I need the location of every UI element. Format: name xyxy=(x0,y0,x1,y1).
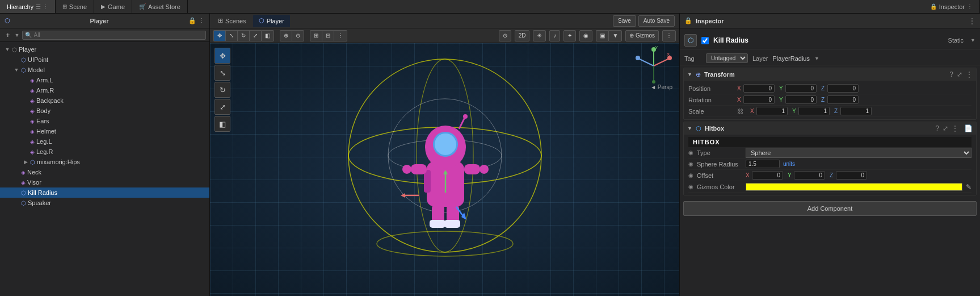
tree-item-kill-radius[interactable]: ⬡ Kill Radius xyxy=(0,187,209,198)
hand-tool[interactable]: ✥ xyxy=(213,30,225,41)
tree-item-player[interactable]: ▼ ⬡ Player xyxy=(0,44,209,55)
hitbox-header[interactable]: ▼ ⬡ Hitbox ? ⤢ ⋮ 📄 xyxy=(684,122,976,135)
tree-item-mixamorig[interactable]: ▶ ⬡ mixamorig:Hips xyxy=(0,157,209,167)
hierarchy-lock-icon[interactable]: 🔒 xyxy=(188,17,196,24)
pivot-btn[interactable]: ⊕ xyxy=(280,30,292,41)
snap-btn[interactable]: ⊞ xyxy=(310,30,322,41)
gizmos-btn[interactable]: ⊕ Gizmos xyxy=(625,30,659,41)
save-button[interactable]: Save xyxy=(613,15,636,27)
orbit-btn[interactable]: ⊙ xyxy=(499,30,511,41)
kill-radius-label: Kill Radius xyxy=(28,189,57,196)
sphere-radius-input[interactable] xyxy=(746,160,780,168)
hitbox-script-icon[interactable]: 📄 xyxy=(964,124,973,132)
snap2-btn[interactable]: ⊟ xyxy=(322,30,334,41)
hierarchy-toolbar: + ▼ 🔍 xyxy=(0,28,209,42)
sub-tab-player[interactable]: ⬡ Player xyxy=(253,15,290,27)
vp-hand-btn[interactable]: ✥ xyxy=(214,48,230,64)
off-y-input[interactable] xyxy=(794,171,825,180)
vp-scale-btn[interactable]: ⤢ xyxy=(214,99,230,115)
snap3-btn[interactable]: ⋮ xyxy=(334,30,347,41)
tab-hierarchy[interactable]: Hierarchy ☰ ⋮ xyxy=(0,0,56,13)
rect-tool[interactable]: ◧ xyxy=(261,30,274,41)
static-arrow[interactable]: ▼ xyxy=(970,37,975,43)
tab-scene[interactable]: ⊞ Scene xyxy=(56,0,94,13)
scene-viewport[interactable]: ✥ ⤡ ↻ ⤢ ◧ Y X xyxy=(210,43,679,296)
tab-asset-store[interactable]: 🛒 Asset Store xyxy=(132,0,188,13)
scale-x-input[interactable] xyxy=(756,107,788,115)
ears-label: Ears xyxy=(36,118,49,124)
pos-z-input[interactable] xyxy=(827,84,859,93)
scale-z-input[interactable] xyxy=(840,107,872,115)
leg-r-mesh-icon: ◈ xyxy=(30,149,35,155)
gizmos-color-preview[interactable] xyxy=(746,183,962,191)
tree-item-arm-l[interactable]: ◈ Arm.L xyxy=(0,75,209,85)
persp-label: ◄ Persp xyxy=(650,84,672,90)
tree-item-uipoint[interactable]: ⬡ UIPoint xyxy=(0,55,209,65)
move-tool[interactable]: ⤡ xyxy=(225,30,237,41)
audio-btn[interactable]: ♪ xyxy=(549,30,560,41)
pos-x-input[interactable] xyxy=(743,84,775,93)
layer-arrow[interactable]: ▼ xyxy=(814,56,819,61)
auto-save-button[interactable]: Auto Save xyxy=(638,15,675,27)
tree-item-body[interactable]: ◈ Body xyxy=(0,106,209,116)
svg-point-31 xyxy=(463,114,468,118)
rotate-tool[interactable]: ↻ xyxy=(237,30,249,41)
hierarchy-more-icon[interactable]: ⋮ xyxy=(199,17,205,24)
tree-item-leg-r[interactable]: ◈ Leg.R xyxy=(0,147,209,157)
scale-y-input[interactable] xyxy=(798,107,830,115)
tree-item-visor[interactable]: ◈ Visor xyxy=(0,177,209,187)
transform-expand-icon[interactable]: ⤢ xyxy=(957,70,962,78)
pos-y-input[interactable] xyxy=(785,84,817,93)
rot-x-input[interactable] xyxy=(743,95,775,104)
vp-rotate-btn[interactable]: ↻ xyxy=(214,82,230,98)
tag-select[interactable]: Untagged xyxy=(706,53,748,63)
inspector-more-icon[interactable]: ⋮ xyxy=(969,17,975,25)
type-select[interactable]: Sphere Box Capsule xyxy=(746,148,971,158)
tab-inspector[interactable]: 🔒 Inspector ⋮ xyxy=(923,0,980,13)
offset-label: Offset xyxy=(697,172,742,179)
hitbox-help-icon[interactable]: ? xyxy=(935,124,939,132)
hitbox-more-icon[interactable]: ⋮ xyxy=(952,124,958,132)
rot-z-input[interactable] xyxy=(827,95,859,104)
rot-y-input[interactable] xyxy=(785,95,817,104)
units-label[interactable]: units xyxy=(783,161,795,167)
fx-btn[interactable]: ✦ xyxy=(563,30,576,41)
transform-more-icon[interactable]: ⋮ xyxy=(966,70,973,78)
shaded-btn[interactable]: ▣ xyxy=(596,30,608,41)
object-active-checkbox[interactable] xyxy=(701,37,709,44)
transform-help-icon[interactable]: ? xyxy=(949,70,953,78)
tree-item-backpack[interactable]: ◈ Backpack xyxy=(0,95,209,106)
hierarchy-search-input[interactable] xyxy=(34,32,203,38)
tab-game[interactable]: ▶ Game xyxy=(94,0,132,13)
hidden-btn[interactable]: ◉ xyxy=(579,30,592,41)
hierarchy-add-btn[interactable]: + xyxy=(3,31,12,39)
add-component-button[interactable]: Add Component xyxy=(683,201,977,216)
scale-tool[interactable]: ⤢ xyxy=(249,30,261,41)
2d-btn[interactable]: 2D xyxy=(515,30,530,41)
tree-item-ears[interactable]: ◈ Ears xyxy=(0,116,209,126)
tree-item-helmet[interactable]: ◈ Helmet xyxy=(0,126,209,136)
tree-item-model[interactable]: ▼ ⬡ Model xyxy=(0,65,209,75)
tree-item-arm-r[interactable]: ◈ Arm.R xyxy=(0,85,209,95)
vp-rect-btn[interactable]: ◧ xyxy=(214,116,230,132)
off-z-input[interactable] xyxy=(836,171,867,180)
more-btn[interactable]: ⋮ xyxy=(662,30,676,41)
global-btn[interactable]: ⊙ xyxy=(292,30,304,41)
tree-item-neck[interactable]: ◈ Neck xyxy=(0,167,209,177)
vp-move-btn[interactable]: ⤡ xyxy=(214,65,230,81)
shaded2-btn[interactable]: ▼ xyxy=(608,30,622,41)
light-btn[interactable]: ☀ xyxy=(533,30,546,41)
inspector-tab-controls: ⋮ xyxy=(967,3,973,10)
off-x-input[interactable] xyxy=(752,171,783,180)
hierarchy-dropdown-btn[interactable]: ▼ xyxy=(15,32,20,38)
position-z-group: Z xyxy=(821,84,859,93)
tree-item-speaker[interactable]: ⬡ Speaker xyxy=(0,198,209,208)
tree-item-leg-l[interactable]: ◈ Leg.L xyxy=(0,136,209,147)
sub-tab-scenes[interactable]: ⊞ Scenes xyxy=(212,15,252,27)
hitbox-expand-icon[interactable]: ⤢ xyxy=(943,124,948,132)
inspector-lock-icon[interactable]: 🔒 xyxy=(684,17,692,24)
eyedropper-icon[interactable]: ✎ xyxy=(966,183,971,191)
scale-link-icon[interactable]: ⛓ xyxy=(737,108,743,115)
transform-header[interactable]: ▼ ⊕ Transform ? ⤢ ⋮ xyxy=(684,68,976,81)
position-x-group: X xyxy=(737,84,775,93)
